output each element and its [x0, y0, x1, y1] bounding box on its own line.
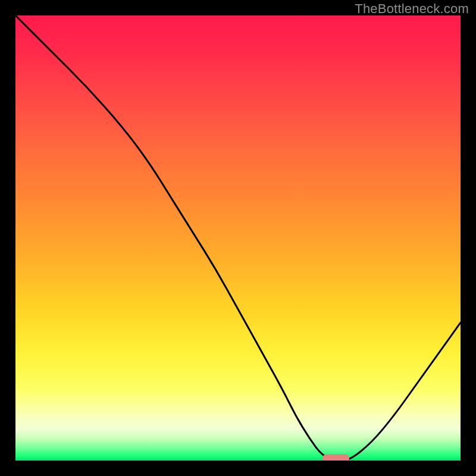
optimal-marker	[322, 454, 349, 461]
chart-frame: TheBottleneck.com	[0, 0, 476, 476]
curve-layer	[15, 15, 461, 461]
bottleneck-curve	[15, 15, 461, 461]
watermark-text: TheBottleneck.com	[355, 1, 469, 17]
plot-area	[15, 15, 461, 461]
